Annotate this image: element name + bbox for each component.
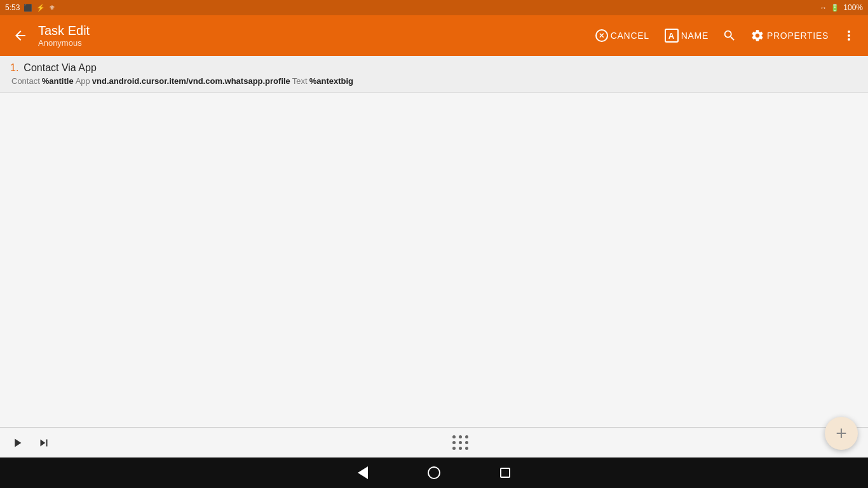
app-bar: Task Edit Anonymous ✕ CANCEL A NAME <box>0 15 868 56</box>
status-left: 5:53 ⬛ ⚡ ⚜ <box>5 3 55 12</box>
detail-app-label: App <box>76 76 90 86</box>
trident-icon: ⚜ <box>49 4 55 12</box>
back-triangle-icon <box>358 466 368 479</box>
app-bar-title: Task Edit Anonymous <box>38 24 589 48</box>
detail-antitle: %antitle <box>42 76 74 86</box>
task-title: Contact Via App <box>24 62 96 74</box>
nav-back-button[interactable] <box>353 463 373 483</box>
home-circle-icon <box>428 466 440 479</box>
task-detail: Contact %antitle App vnd.android.cursor.… <box>10 76 858 86</box>
properties-label: PROPERTIES <box>767 30 829 41</box>
fab-add-button[interactable]: + <box>825 417 858 450</box>
wifi-icon: ↔ <box>820 4 827 11</box>
cancel-icon: ✕ <box>595 29 608 42</box>
task-number: 1. <box>10 62 18 74</box>
detail-uri: vnd.android.cursor.item/vnd.com.whatsapp… <box>92 76 290 86</box>
play-button[interactable] <box>10 436 24 450</box>
bottom-bar-center <box>64 435 858 450</box>
task-edit-title: Task Edit <box>38 24 589 38</box>
app-bar-actions: ✕ CANCEL A NAME PROPERTIES <box>589 24 860 47</box>
more-options-button[interactable] <box>837 24 860 47</box>
content-area: 1. Contact Via App Contact %antitle App … <box>0 56 868 427</box>
cancel-button[interactable]: ✕ CANCEL <box>589 25 656 46</box>
detail-antextbig: %antextbig <box>309 76 353 86</box>
detail-contact-label: Contact <box>11 76 40 86</box>
task-edit-subtitle: Anonymous <box>38 38 589 48</box>
search-icon <box>722 29 736 43</box>
back-button[interactable] <box>8 23 33 48</box>
battery-percent: 100% <box>843 3 863 12</box>
record-icon: ⬛ <box>24 4 32 12</box>
search-button[interactable] <box>717 25 742 46</box>
name-button[interactable]: A NAME <box>658 25 715 46</box>
task-item[interactable]: 1. Contact Via App Contact %antitle App … <box>0 56 868 93</box>
cancel-label: CANCEL <box>611 30 649 41</box>
battery-icon: 🔋 <box>831 4 839 12</box>
task-bottom-bar <box>0 427 868 458</box>
nav-home-button[interactable] <box>424 463 444 483</box>
fab-plus-icon: + <box>836 424 847 443</box>
grid-icon <box>452 435 469 450</box>
name-label: NAME <box>681 30 709 41</box>
skip-next-button[interactable] <box>37 436 51 450</box>
task-item-header: 1. Contact Via App <box>10 62 858 74</box>
nav-recents-button[interactable] <box>495 463 515 483</box>
status-right: ↔ 🔋 100% <box>820 3 863 12</box>
status-bar: 5:53 ⬛ ⚡ ⚜ ↔ 🔋 100% <box>0 0 868 15</box>
status-time: 5:53 <box>5 3 20 12</box>
recents-square-icon <box>500 468 510 478</box>
bolt-icon: ⚡ <box>36 4 45 12</box>
gear-icon <box>750 29 764 43</box>
detail-text-label: Text <box>292 76 308 86</box>
system-nav-bar <box>0 458 868 488</box>
name-icon: A <box>665 29 679 43</box>
properties-button[interactable]: PROPERTIES <box>744 25 835 46</box>
